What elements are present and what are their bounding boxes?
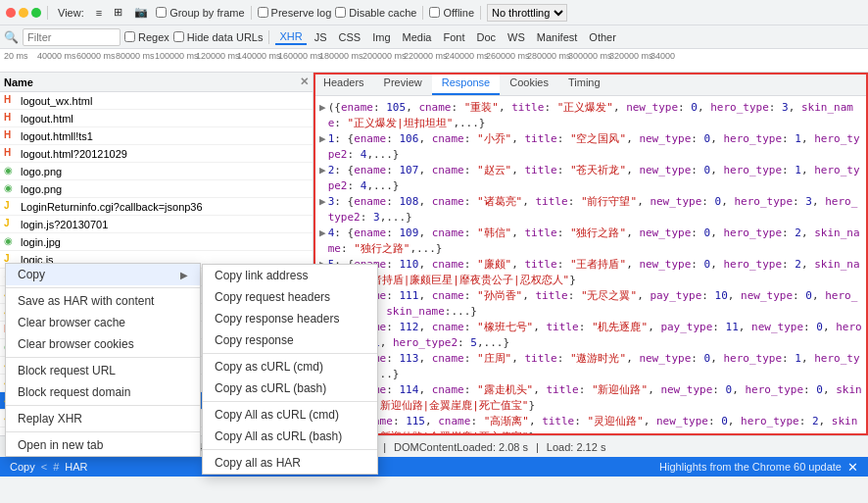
context-menu-copy[interactable]: Copy ▶ <box>6 264 200 285</box>
context-menu-clear-cache[interactable]: Clear browser cache <box>6 312 200 333</box>
banner-close-icon[interactable]: ✕ <box>847 460 858 475</box>
preserve-log-label[interactable]: Preserve log <box>258 7 332 19</box>
js-icon: J <box>4 218 18 231</box>
submenu-copy-response[interactable]: Copy response <box>203 329 377 351</box>
disable-cache-label[interactable]: Disable cache <box>335 7 416 19</box>
context-menu-sep1 <box>6 287 200 288</box>
list-item[interactable]: Hlogout.html?20121029 <box>0 145 313 163</box>
copy-label[interactable]: Copy <box>10 461 35 473</box>
tick-100000ms: 100000 ms <box>155 51 199 61</box>
context-menu-block-url[interactable]: Block request URL <box>6 360 200 381</box>
html-icon: H <box>4 129 18 143</box>
timeline-bar[interactable]: 20 ms 40000 ms 60000 ms 80000 ms 100000 … <box>0 49 868 73</box>
filter-bar: 🔍 Regex Hide data URLs XHR JS CSS Img Me… <box>0 25 868 49</box>
filter-tab-css[interactable]: CSS <box>335 30 365 44</box>
response-content[interactable]: ▶ ({ename: 105, cname: "重装", title: "正义爆… <box>313 96 868 435</box>
context-menu-block-domain[interactable]: Block request domain <box>6 381 200 403</box>
filter-tab-ws[interactable]: WS <box>504 30 529 44</box>
list-item[interactable]: JLoginReturninfo.cgi?callback=jsonp36 <box>0 198 313 216</box>
hide-data-urls-label[interactable]: Hide data URLs <box>173 31 264 43</box>
tick-200000ms: 200000 ms <box>362 51 407 61</box>
top-toolbar: View: ≡ ⊞ 📷 Group by frame Preserve log … <box>0 0 868 25</box>
view-button[interactable]: View: <box>54 5 88 21</box>
tab-timing[interactable]: Timing <box>558 73 610 95</box>
filter-tab-xhr[interactable]: XHR <box>275 29 306 45</box>
filter-tab-img[interactable]: Img <box>368 30 394 44</box>
submenu-copy-req-headers[interactable]: Copy request headers <box>203 286 377 308</box>
status-separator4: | <box>383 441 386 453</box>
group-by-frame-checkbox[interactable] <box>156 7 167 18</box>
copy-submenu: Copy link address Copy request headers C… <box>202 264 378 475</box>
filter-tab-manifest[interactable]: Manifest <box>533 30 582 44</box>
toolbar-sep2 <box>251 6 252 20</box>
list-item[interactable]: Hlogout.htmll!ts1 <box>0 127 313 145</box>
filter-tab-other[interactable]: Other <box>585 30 620 44</box>
tab-preview[interactable]: Preview <box>374 73 432 95</box>
list-item[interactable]: ◉ logo.png <box>0 180 313 198</box>
panel-close-icon[interactable]: ✕ <box>300 75 309 88</box>
tick-60000ms: 60000 ms <box>76 51 116 61</box>
submenu-sep1 <box>203 353 377 354</box>
tick-34000ms: 34000 <box>651 51 675 61</box>
grid-view-icon[interactable]: ⊞ <box>110 4 126 21</box>
tab-response[interactable]: Response <box>432 73 501 95</box>
html-icon: H <box>4 147 18 161</box>
submenu-copy-curl-cmd[interactable]: Copy as cURL (cmd) <box>203 356 377 377</box>
js-icon: J <box>4 200 18 214</box>
regex-label[interactable]: Regex <box>124 31 169 43</box>
disable-cache-checkbox[interactable] <box>335 7 346 18</box>
status-separator5: | <box>536 441 539 453</box>
hash-label: # <box>53 461 59 473</box>
highlight-banner: Copy < # HAR Highlights from the Chrome … <box>0 457 868 477</box>
filter-tab-font[interactable]: Font <box>439 30 468 44</box>
toolbar-separator <box>47 6 48 20</box>
filter-icon: 🔍 <box>4 30 19 44</box>
tick-240000ms: 240000 ms <box>445 51 489 61</box>
panel-header: Name ✕ <box>0 73 313 92</box>
submenu-copy-all-har[interactable]: Copy all as HAR <box>203 452 377 474</box>
regex-checkbox[interactable] <box>124 31 135 42</box>
tick-140000ms: 140000 ms <box>237 51 281 61</box>
hide-data-urls-checkbox[interactable] <box>173 31 184 42</box>
tab-cookies[interactable]: Cookies <box>500 73 558 95</box>
context-menu-replay-xhr[interactable]: Replay XHR <box>6 408 200 429</box>
resp-line-5: ▶ 5: {ename: 110, cname: "廉颇", title: "王… <box>319 257 862 288</box>
banner-text: Highlights from the Chrome 60 update <box>659 461 842 473</box>
submenu-copy-link[interactable]: Copy link address <box>203 265 377 286</box>
list-item[interactable]: ◉ logo.png <box>0 163 313 180</box>
context-menu-clear-cookies[interactable]: Clear browser cookies <box>6 333 200 355</box>
har-label[interactable]: HAR <box>65 461 87 473</box>
list-item[interactable]: Hlogout.html <box>0 110 313 127</box>
list-view-icon[interactable]: ≡ <box>92 5 106 21</box>
screenshot-icon[interactable]: 📷 <box>130 4 152 21</box>
filter-input[interactable] <box>23 28 121 46</box>
img-icon: ◉ <box>4 165 18 178</box>
context-menu-sep3 <box>6 405 200 406</box>
throttling-select[interactable]: No throttling <box>487 4 567 22</box>
submenu-sep2 <box>203 401 377 402</box>
offline-label[interactable]: Offline <box>429 7 474 19</box>
tick-260000ms: 260000 ms <box>486 51 530 61</box>
group-by-frame-label[interactable]: Group by frame <box>156 7 244 19</box>
context-menu-save-har[interactable]: Save as HAR with content <box>6 290 200 312</box>
context-menu-open-tab[interactable]: Open in new tab <box>6 434 200 456</box>
list-item[interactable]: Jlogin.js?20130701 <box>0 216 313 233</box>
filter-sep <box>268 30 269 44</box>
tab-headers[interactable]: Headers <box>313 73 374 95</box>
tick-20ms: 20 ms <box>4 51 28 61</box>
submenu-copy-all-curl-bash[interactable]: Copy All as cURL (bash) <box>203 426 377 447</box>
submenu-copy-curl-bash[interactable]: Copy as cURL (bash) <box>203 377 377 399</box>
offline-checkbox[interactable] <box>429 7 440 18</box>
submenu-copy-resp-headers[interactable]: Copy response headers <box>203 308 377 329</box>
submenu-copy-all-curl-cmd[interactable]: Copy All as cURL (cmd) <box>203 404 377 426</box>
resp-line-0: ▶ ({ename: 105, cname: "重装", title: "正义爆… <box>319 100 862 131</box>
preserve-log-checkbox[interactable] <box>258 7 268 18</box>
resp-line-8: ▶ 8: {ename: 113, cname: "庄周", title: "遨… <box>319 351 862 382</box>
list-item[interactable]: Hlogout_wx.html <box>0 92 313 110</box>
list-item[interactable]: ◉ login.jpg <box>0 233 313 251</box>
filter-tab-doc[interactable]: Doc <box>472 30 500 44</box>
tabs-bar: Headers Preview Response Cookies Timing <box>313 73 868 96</box>
resp-line-7: ▶ 7: {ename: 112, cname: "橡班七号", title: … <box>319 320 862 351</box>
filter-tab-media[interactable]: Media <box>399 30 436 44</box>
filter-tab-js[interactable]: JS <box>311 30 331 44</box>
